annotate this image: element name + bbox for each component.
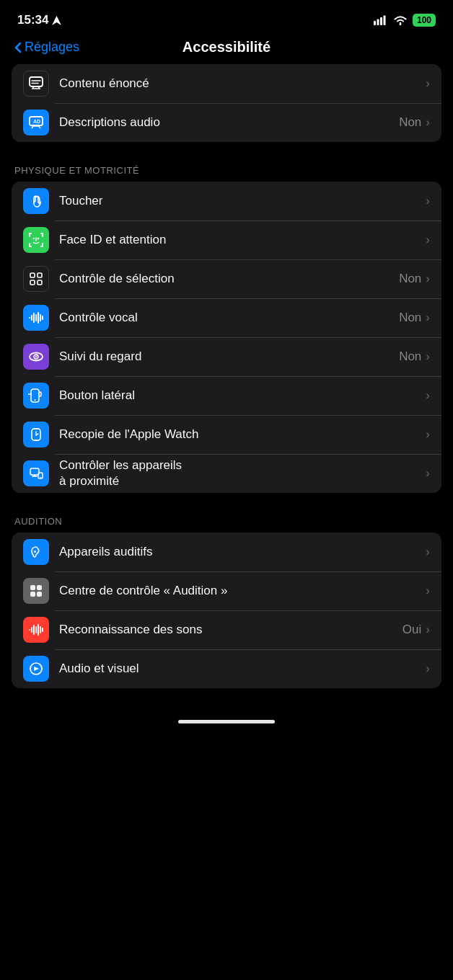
svg-rect-15 [30,280,35,285]
list-item-recopie-watch[interactable]: Recopie de l'Apple Watch › [12,415,441,454]
item-text-suivi-regard: Suivi du regard [59,349,399,365]
home-bar [178,720,275,723]
list-item-controle-selection[interactable]: Contrôle de sélection Non › [12,259,441,298]
section-audition: AUDITION Appareils auditifs › Ce [0,516,453,688]
icon-toucher [23,188,49,214]
chevron-icon: › [426,115,430,130]
icon-contenu-enonce [23,71,49,97]
icon-controle-vocal [23,305,49,331]
item-text-audio-visuel: Audio et visuel [59,661,426,677]
list-item-controle-appareils[interactable]: Contrôler les appareilsà proximité › [12,454,441,493]
chevron-icon: › [426,545,430,559]
battery-badge: 100 [413,14,436,27]
chevron-icon: › [426,623,430,637]
item-text-controle-selection: Contrôle de sélection [59,271,399,287]
list-item-appareils-auditifs[interactable]: Appareils auditifs › [12,533,441,571]
svg-point-42 [34,551,36,553]
status-bar: 15:34 100 [0,0,453,36]
chevron-icon: › [426,584,430,598]
svg-rect-45 [30,592,35,597]
svg-rect-2 [377,19,379,26]
item-text-centre-audition: Centre de contrôle « Audition » [59,583,426,599]
item-text-descriptions-audio: Descriptions audio [59,115,399,130]
item-text-appareils-auditifs: Appareils auditifs [59,544,426,560]
svg-rect-1 [374,21,376,25]
item-text-face-id: Face ID et attention [59,232,426,248]
item-text-recopie-watch: Recopie de l'Apple Watch [59,427,426,442]
control-center-icon [28,583,44,599]
back-button[interactable]: Réglages [14,40,79,55]
grid-icon [28,271,44,287]
svg-point-11 [38,238,39,239]
item-value-controle-selection: Non [399,272,421,286]
card-physique: Toucher › Face ID et attention › [12,182,441,493]
waveform-red-icon [28,622,44,638]
icon-face-id [23,227,49,253]
item-text-reconnaissance-sons: Reconnaissance des sons [59,622,403,638]
chevron-icon: › [426,427,430,442]
svg-rect-44 [37,585,42,590]
svg-point-10 [33,238,35,239]
list-item-toucher[interactable]: Toucher › [12,182,441,220]
svg-rect-3 [380,17,382,25]
svg-rect-43 [30,585,35,590]
chevron-icon: › [426,466,430,481]
svg-point-27 [37,355,38,356]
card-spoken: Contenu énoncé › AD Descriptions audio N… [12,64,441,142]
item-value-reconnaissance-sons: Oui [403,623,421,637]
wifi-icon [394,15,407,25]
item-text-bouton-lateral: Bouton latéral [59,388,426,404]
list-item-reconnaissance-sons[interactable]: Reconnaissance des sons Oui › [12,610,441,649]
waveform-icon [28,310,44,326]
list-item-face-id[interactable]: Face ID et attention › [12,220,441,259]
location-icon [52,16,61,25]
section-label-physique: PHYSIQUE ET MOTRICITÉ [0,165,453,182]
item-text-contenu-enonce: Contenu énoncé [59,76,426,92]
chevron-icon: › [426,388,430,403]
svg-rect-46 [37,592,42,597]
audio-desc-icon: AD [28,115,44,130]
home-indicator [0,711,453,729]
icon-bouton-lateral [23,383,49,409]
side-button-icon [28,388,44,404]
status-time: 15:34 [17,13,61,27]
signal-icon [374,15,388,25]
icon-controle-appareils [23,460,49,486]
svg-rect-13 [30,273,35,277]
list-item-suivi-regard[interactable]: Suivi du regard Non › [12,337,441,376]
card-audition: Appareils auditifs › Centre de contrôle … [12,533,441,688]
devices-icon [28,466,44,481]
item-text-toucher: Toucher [59,193,426,209]
list-item-controle-vocal[interactable]: Contrôle vocal Non › [12,298,441,337]
icon-recopie-watch [23,422,49,447]
speech-bubble-icon [28,76,44,92]
item-value-controle-vocal: Non [399,311,421,325]
touch-icon [28,193,44,209]
list-item-bouton-lateral[interactable]: Bouton latéral › [12,376,441,415]
chevron-icon: › [426,349,430,364]
watch-mirror-icon [28,427,44,442]
chevron-icon: › [426,233,430,247]
eye-icon [28,349,44,365]
list-item-descriptions-audio[interactable]: AD Descriptions audio Non › [12,103,441,142]
item-text-controle-appareils: Contrôler les appareilsà proximité [59,458,426,489]
icon-appareils-auditifs [23,539,49,565]
chevron-icon: › [426,311,430,325]
list-item-audio-visuel[interactable]: Audio et visuel › [12,649,441,688]
nav-bar: Réglages Accessibilité [0,36,453,64]
svg-point-26 [35,356,37,357]
chevron-icon: › [426,272,430,286]
chevron-icon: › [426,194,430,208]
list-item-contenu-enonce[interactable]: Contenu énoncé › [12,64,441,103]
svg-rect-29 [39,392,41,396]
hearing-aid-icon [28,544,44,560]
section-label-audition: AUDITION [0,516,453,533]
item-value-descriptions-audio: Non [399,115,421,130]
svg-rect-14 [38,273,42,277]
face-id-icon [28,232,44,248]
audio-visual-icon [28,661,44,677]
section-spoken: Contenu énoncé › AD Descriptions audio N… [0,64,453,142]
chevron-icon: › [426,662,430,676]
list-item-centre-audition[interactable]: Centre de contrôle « Audition » › [12,571,441,610]
chevron-icon: › [426,76,430,91]
